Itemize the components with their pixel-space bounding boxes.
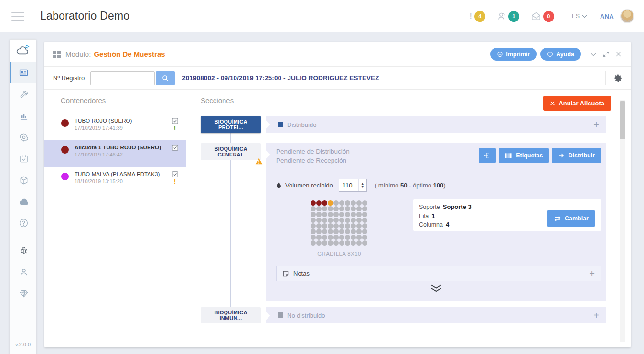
anular-alicuota-button[interactable]: Anular Alicuota xyxy=(543,96,611,111)
gradilla-cell[interactable] xyxy=(339,235,344,240)
gradilla-cell[interactable] xyxy=(356,212,362,217)
gradilla-cell[interactable] xyxy=(328,240,333,246)
gradilla-cell[interactable] xyxy=(339,240,344,246)
sidebar-item-settings[interactable] xyxy=(10,126,36,148)
sidebar-item-cloud[interactable] xyxy=(10,191,36,212)
gradilla-cell[interactable] xyxy=(356,200,362,206)
section-row-inmuno[interactable]: No distribuido + xyxy=(266,307,606,323)
gradilla-cell[interactable] xyxy=(351,240,356,246)
gradilla-cell[interactable] xyxy=(339,223,344,229)
gradilla-cell[interactable] xyxy=(316,235,322,240)
gradilla-cell[interactable] xyxy=(339,229,344,234)
gradilla-cell[interactable] xyxy=(345,240,350,246)
gradilla-cell[interactable] xyxy=(345,212,350,217)
username[interactable]: ANA xyxy=(600,13,614,20)
gradilla-cell[interactable] xyxy=(362,240,367,246)
add-note-icon[interactable]: + xyxy=(589,269,595,279)
gradilla-cell[interactable] xyxy=(345,235,350,240)
sidebar-item-profile[interactable] xyxy=(10,261,36,282)
checkbox-icon[interactable] xyxy=(172,117,179,125)
volumen-input[interactable] xyxy=(339,179,358,191)
gradilla-cell[interactable] xyxy=(339,218,344,223)
container-item-tubo-rojo[interactable]: TUBO ROJO (SUERO) 17/10/2019 17:41:39 ! xyxy=(44,113,186,140)
tab-bioquimica-inmuno[interactable]: BIOQUÍMICA INMUN... xyxy=(201,307,261,323)
gradilla-cell[interactable] xyxy=(351,206,356,211)
close-icon[interactable] xyxy=(615,51,622,58)
gradilla-cell[interactable] xyxy=(362,206,367,211)
avatar[interactable] xyxy=(620,9,634,23)
help-button[interactable]: Ayuda xyxy=(540,48,581,61)
gradilla-cell[interactable] xyxy=(311,218,316,223)
gradilla-cell[interactable] xyxy=(322,212,327,217)
gradilla-cell[interactable] xyxy=(356,218,362,223)
tab-bioquimica-proteinas[interactable]: BIOQUÍMICA PROTEI... xyxy=(201,116,261,133)
gradilla-cell[interactable] xyxy=(316,212,322,217)
gradilla-cell[interactable] xyxy=(333,218,339,223)
checkbox-icon[interactable] xyxy=(172,144,179,151)
sidebar-item-debug[interactable] xyxy=(10,239,36,261)
gradilla-cell[interactable] xyxy=(333,229,339,234)
gradilla-cell[interactable] xyxy=(322,200,327,206)
gradilla-cell[interactable] xyxy=(316,218,322,223)
expand-icon[interactable] xyxy=(602,51,610,58)
collapse-icon[interactable] xyxy=(590,51,597,58)
gradilla-cell[interactable] xyxy=(322,223,327,229)
container-item-tubo-malva[interactable]: TUBO MALVA (PLASMA EDTAK3) 18/10/2019 13… xyxy=(44,167,186,193)
gradilla-cell[interactable] xyxy=(311,200,316,206)
gradilla-cell[interactable] xyxy=(333,206,339,211)
add-icon[interactable]: + xyxy=(593,311,599,320)
gradilla-cell[interactable] xyxy=(311,212,316,217)
spinner-arrows[interactable]: ▲▼ xyxy=(358,179,366,191)
gradilla-cell[interactable] xyxy=(345,200,350,206)
gradilla-cell[interactable] xyxy=(333,235,339,240)
registro-input[interactable] xyxy=(90,71,155,85)
gradilla-cell[interactable] xyxy=(316,240,322,246)
gradilla-cell[interactable] xyxy=(328,235,333,240)
distribuir-button[interactable]: Distribuir xyxy=(552,148,601,163)
sidebar-logo[interactable] xyxy=(10,39,36,62)
gradilla-cell[interactable] xyxy=(328,229,333,234)
settings-gear-icon[interactable] xyxy=(614,74,623,83)
gradilla-cell[interactable] xyxy=(328,212,333,217)
auto-distribute-button[interactable] xyxy=(479,148,496,163)
checkbox-icon[interactable] xyxy=(172,171,179,178)
gradilla-cell[interactable] xyxy=(351,223,356,229)
vertical-scrollbar[interactable] xyxy=(620,100,625,342)
gradilla-cell[interactable] xyxy=(351,229,356,234)
gradilla-cell[interactable] xyxy=(345,229,350,234)
gradilla-cell[interactable] xyxy=(351,212,356,217)
gradilla-cell[interactable] xyxy=(322,229,327,234)
scrollbar-thumb[interactable] xyxy=(620,101,625,139)
gradilla-cell[interactable] xyxy=(316,223,322,229)
gradilla-cell[interactable] xyxy=(311,229,316,234)
gradilla-cell[interactable] xyxy=(339,200,344,206)
cambiar-button[interactable]: Cambiar xyxy=(547,210,595,227)
notas-row[interactable]: Notas + xyxy=(276,266,601,281)
gradilla-cell[interactable] xyxy=(362,218,367,223)
gradilla-cell[interactable] xyxy=(362,229,367,234)
add-icon[interactable]: + xyxy=(593,120,599,129)
gradilla-cell[interactable] xyxy=(356,229,362,234)
container-item-alicuota[interactable]: Alícuota 1 TUBO ROJO (SUERO) 17/10/2019 … xyxy=(44,140,186,167)
gradilla-cell[interactable] xyxy=(345,206,350,211)
users-indicator[interactable]: 1 xyxy=(496,11,519,22)
gradilla-cell[interactable] xyxy=(351,235,356,240)
gradilla-cell[interactable] xyxy=(339,212,344,217)
sidebar-item-premium[interactable] xyxy=(10,282,36,304)
gradilla-cell[interactable] xyxy=(316,200,322,206)
sidebar-item-tools[interactable] xyxy=(10,83,36,105)
gradilla-cell[interactable] xyxy=(322,218,327,223)
gradilla-cell[interactable] xyxy=(311,240,316,246)
gradilla-cell[interactable] xyxy=(322,235,327,240)
tab-bioquimica-general[interactable]: BIOQUÍMICA GENERAL xyxy=(201,143,261,160)
gradilla-cell[interactable] xyxy=(311,235,316,240)
gradilla-cell[interactable] xyxy=(311,206,316,211)
gradilla-cell[interactable] xyxy=(351,200,356,206)
gradilla-cell[interactable] xyxy=(328,206,333,211)
sidebar-item-news[interactable] xyxy=(10,62,36,83)
messages-indicator[interactable]: 0 xyxy=(530,11,554,22)
gradilla-cell[interactable] xyxy=(333,223,339,229)
gradilla-cell[interactable] xyxy=(328,223,333,229)
sidebar-item-statistics[interactable] xyxy=(10,105,36,126)
gradilla-cell[interactable] xyxy=(333,212,339,217)
